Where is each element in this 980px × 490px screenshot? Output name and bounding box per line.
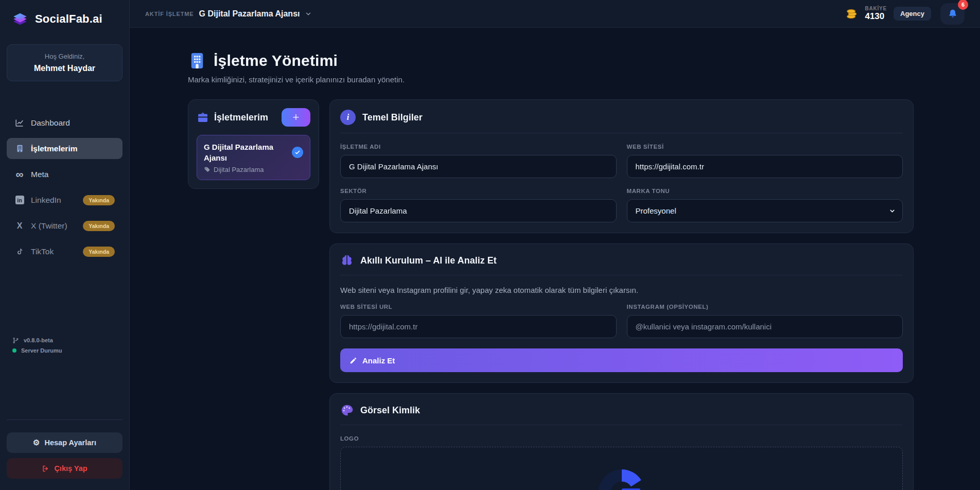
sidebar-item-label: X (Twitter) — [31, 221, 67, 231]
info-icon: i — [340, 110, 356, 125]
plus-icon: + — [293, 112, 300, 123]
logo-upload-area[interactable] — [340, 447, 903, 490]
balance-label: BAKİYE — [865, 6, 887, 12]
sidebar: SocialFab.ai Hoş Geldiniz, Mehmet Haydar… — [0, 0, 130, 490]
meta-icon: ∞ — [14, 169, 25, 180]
balance: BAKİYE 4130 — [846, 6, 887, 22]
website-url-label: WEB SİTESİ URL — [340, 304, 617, 310]
visual-identity-title: Görsel Kimlik — [360, 405, 420, 416]
account-settings-button[interactable]: ⚙ Hesap Ayarları — [7, 432, 122, 453]
smart-setup-title: Akıllı Kurulum – AI ile Analiz Et — [360, 255, 497, 266]
sidebar-item-label: Meta — [31, 170, 48, 179]
sector-label: SEKTÖR — [340, 188, 617, 194]
sidebar-item-label: İşletmelerim — [31, 144, 77, 153]
soon-badge: Yakında — [83, 221, 115, 231]
soon-badge: Yakında — [83, 195, 115, 205]
active-business-label: AKTİF İŞLETME — [145, 11, 194, 17]
brand: SocialFab.ai — [0, 0, 129, 36]
sidebar-item-label: Dashboard — [31, 118, 70, 128]
instagram-field[interactable] — [627, 315, 903, 338]
active-business-name: G Dijital Pazarlama Ajansı — [199, 9, 300, 19]
website-url-field[interactable] — [340, 315, 617, 338]
sidebar-footer: v0.8.0-beta Server Durumu ⚙ Hesap Ayarla… — [0, 335, 129, 490]
business-category: Dijital Pazarlama — [214, 166, 264, 173]
website-label: WEB SİTESİ — [627, 144, 903, 150]
briefcase-icon — [197, 111, 209, 124]
analyze-button-label: Analiz Et — [362, 356, 395, 365]
logout-label: Çıkış Yap — [54, 464, 87, 472]
pencil-icon — [349, 357, 357, 364]
account-settings-label: Hesap Ayarları — [44, 439, 96, 447]
brand-logo-icon — [11, 10, 29, 28]
sidebar-item-twitter[interactable]: X X (Twitter) Yakında — [7, 215, 122, 236]
website-field[interactable] — [627, 155, 903, 178]
business-list-item[interactable]: G Dijital Pazarlama Ajansı Dijital Pazar… — [197, 135, 310, 180]
topbar: AKTİF İŞLETME G Dijital Pazarlama Ajansı… — [130, 0, 980, 28]
sidebar-item-dashboard[interactable]: Dashboard — [7, 112, 122, 133]
sidebar-item-tiktok[interactable]: TikTok Yakında — [7, 241, 122, 262]
building-icon — [14, 144, 25, 153]
business-logo-image — [599, 469, 645, 490]
bell-icon — [948, 9, 958, 19]
brain-icon — [340, 254, 354, 267]
x-twitter-icon: X — [14, 221, 25, 231]
building-icon — [188, 51, 206, 70]
coins-icon — [846, 7, 860, 21]
smart-setup-card: Akıllı Kurulum – AI ile Analiz Et Web si… — [329, 243, 914, 383]
git-branch-icon — [12, 337, 19, 344]
businesses-panel-title: İşletmelerim — [214, 112, 268, 123]
gear-icon: ⚙ — [33, 438, 40, 447]
welcome-label: Hoş Geldiniz, — [12, 52, 117, 60]
plan-badge: Agency — [894, 7, 931, 21]
user-name: Mehmet Haydar — [12, 64, 117, 73]
tag-icon — [204, 166, 211, 173]
analyze-button[interactable]: Analiz Et — [340, 348, 903, 372]
business-name-label: İŞLETME ADI — [340, 144, 617, 150]
balance-value: 4130 — [865, 11, 887, 22]
sidebar-item-meta[interactable]: ∞ Meta — [7, 164, 122, 185]
logout-button[interactable]: Çıkış Yap — [7, 458, 122, 479]
logout-icon — [42, 465, 49, 472]
chevron-down-icon — [889, 207, 896, 214]
page-title: İşletme Yönetimi — [214, 52, 338, 69]
basic-info-card: i Temel Bilgiler İŞLETME ADI WEB SİTESİ — [329, 99, 914, 233]
business-name-field[interactable] — [340, 155, 617, 178]
business-name: G Dijital Pazarlama Ajansı — [204, 142, 282, 163]
brand-tone-value: Profesyonel — [636, 206, 676, 215]
instagram-label: INSTAGRAM (OPSİYONEL) — [627, 304, 903, 310]
add-business-button[interactable]: + — [282, 108, 310, 127]
status-dot-icon — [12, 348, 16, 353]
sector-field[interactable] — [340, 199, 617, 222]
main-content: İşletme Yönetimi Marka kimliğinizi, stra… — [130, 28, 980, 490]
palette-icon — [340, 404, 354, 417]
welcome-card: Hoş Geldiniz, Mehmet Haydar — [7, 44, 122, 81]
version-row: v0.8.0-beta — [12, 335, 117, 345]
sidebar-item-linkedin[interactable]: in LinkedIn Yakında — [7, 189, 122, 211]
chevron-down-icon — [305, 10, 312, 18]
notification-count-badge: 6 — [958, 0, 968, 10]
basic-info-title: Temel Bilgiler — [362, 112, 423, 123]
sidebar-item-label: LinkedIn — [31, 196, 61, 205]
notifications-button[interactable]: 6 — [940, 3, 965, 25]
brand-tone-select[interactable]: Profesyonel — [627, 199, 903, 222]
sidebar-item-label: TikTok — [31, 247, 54, 256]
visual-identity-card: Görsel Kimlik LOGO — [329, 393, 914, 490]
server-status-row: Server Durumu — [12, 345, 117, 356]
check-circle-icon — [292, 147, 303, 158]
page-subtitle: Marka kimliğinizi, stratejinizi ve içeri… — [188, 75, 914, 84]
brand-tone-label: MARKA TONU — [627, 188, 903, 194]
sidebar-item-businesses[interactable]: İşletmelerim — [7, 138, 122, 159]
active-business-switcher[interactable]: AKTİF İŞLETME G Dijital Pazarlama Ajansı — [145, 9, 312, 19]
tiktok-icon — [14, 248, 25, 256]
version-label: v0.8.0-beta — [24, 337, 53, 343]
businesses-panel: İşletmelerim + G Dijital Pazarlama Ajans… — [188, 99, 319, 189]
linkedin-icon: in — [14, 196, 25, 204]
soon-badge: Yakında — [83, 247, 115, 257]
chart-line-icon — [14, 118, 25, 128]
logo-label: LOGO — [340, 435, 903, 442]
smart-setup-description: Web siteni veya Instagram profilini gir,… — [340, 286, 903, 294]
brand-name: SocialFab.ai — [35, 12, 102, 26]
server-status-label: Server Durumu — [21, 347, 62, 354]
sidebar-menu: Dashboard İşletmelerim ∞ Meta in LinkedI… — [0, 112, 129, 262]
